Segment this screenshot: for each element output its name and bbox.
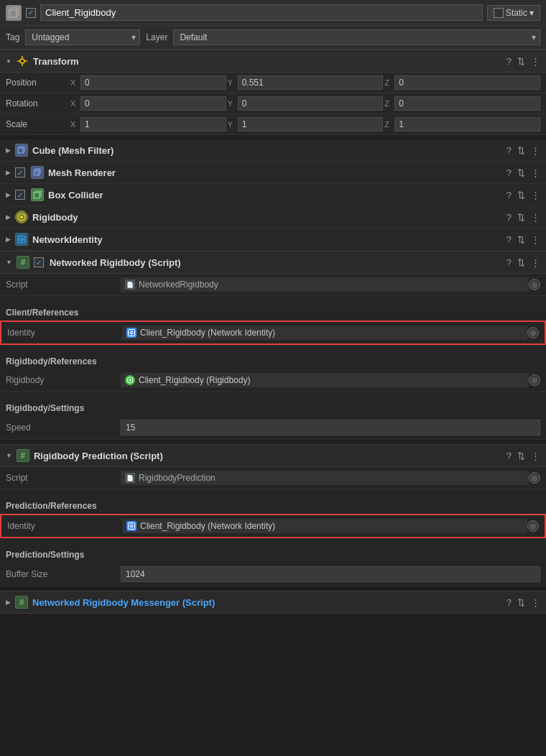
scale-x-input[interactable] [80,117,226,132]
scale-z-input[interactable] [394,117,540,132]
nrm-title: Networked Rigidbody Messenger (Script) [32,597,502,608]
nr-settings-icon[interactable]: ⇅ [517,257,525,268]
position-label: Position [6,78,70,88]
nr-identity-target-btn[interactable]: ◎ [527,327,539,338]
nr-rigidbody-target-btn[interactable]: ◎ [529,374,540,386]
rigidbody-settings-icon[interactable]: ⇅ [517,212,525,223]
cube-menu-icon[interactable]: ⋮ [531,145,540,156]
rigidbody-title: Rigidbody [32,212,502,223]
nr-collapse-arrow[interactable]: ▼ [6,259,12,266]
rbp-identity-value-container: Client_Rigidbody (Network Identity) [122,519,527,533]
transform-menu-icon[interactable]: ⋮ [531,56,540,67]
mesh-renderer-collapse-arrow[interactable]: ▶ [6,169,11,176]
svg-point-42 [129,379,131,382]
layer-dropdown[interactable]: Default [173,29,540,45]
rigidbody-row[interactable]: ▶ Rigidbody ? ⇅ ⋮ [0,206,546,229]
svg-rect-26 [34,193,40,198]
scale-row: Scale X Y Z [0,114,546,135]
active-checkbox[interactable]: ✓ [26,8,36,18]
nr-speed-label: Speed [6,423,121,433]
rbp-buffer-size-field-row: Buffer Size [0,563,546,586]
rbp-buffer-size-input[interactable] [121,566,540,582]
cube-collapse-arrow[interactable]: ▶ [6,147,11,154]
nr-script-value-container: 📄 NetworkedRigidbody [121,277,529,292]
object-name-input[interactable] [40,4,483,21]
nrm-header[interactable]: ▶ # Networked Rigidbody Messenger (Scrip… [0,591,546,614]
transform-settings-icon[interactable]: ⇅ [517,56,525,67]
rigidbody-collapse-arrow[interactable]: ▶ [6,213,11,221]
rotation-x-input[interactable] [80,96,226,111]
mesh-renderer-checkbox[interactable]: ✓ [15,167,25,178]
cube-settings-icon[interactable]: ⇅ [517,145,525,156]
position-x-input[interactable] [80,75,226,90]
rigidbody-menu-icon[interactable]: ⋮ [531,212,540,223]
network-identity-settings-icon[interactable]: ⇅ [517,234,525,245]
rbp-collapse-arrow[interactable]: ▼ [6,452,12,459]
tag-dropdown[interactable]: Untagged [25,29,140,45]
transform-help-icon[interactable]: ? [506,56,512,67]
scale-xyz: X Y Z [70,117,540,132]
network-identity-collapse-arrow[interactable]: ▶ [6,236,11,243]
nrm-menu-icon[interactable]: ⋮ [531,597,540,608]
svg-point-32 [20,216,23,218]
cube-help-icon[interactable]: ? [506,145,512,156]
mesh-renderer-title: Mesh Renderer [48,167,502,178]
static-dropdown-arrow[interactable]: ▾ [529,8,534,18]
rbp-script-target-btn[interactable]: ◎ [529,472,540,484]
position-z-input[interactable] [394,75,540,90]
rotation-z-input[interactable] [394,96,540,111]
nrm-collapse-arrow[interactable]: ▶ [6,599,11,606]
rotation-row: Rotation X Y Z [0,93,546,114]
box-collider-checkbox[interactable]: ✓ [15,190,25,200]
rbp-title: Rigidbody Prediction (Script) [34,451,502,461]
rbp-script-file-icon: 📄 [125,473,135,483]
nr-speed-field-row: Speed [0,416,546,440]
rbp-identity-target-btn[interactable]: ◎ [527,520,539,532]
networked-rigidbody-header[interactable]: ▼ # ✓ Networked Rigidbody (Script) ? ⇅ ⋮ [0,251,546,274]
network-identity-help-icon[interactable]: ? [506,234,512,245]
transform-header[interactable]: ▼ Transform ? ⇅ ⋮ [0,50,546,73]
mesh-renderer-help-icon[interactable]: ? [506,167,512,178]
box-collider-menu-icon[interactable]: ⋮ [531,190,540,200]
box-collider-settings-icon[interactable]: ⇅ [517,190,525,200]
mesh-renderer-menu-icon[interactable]: ⋮ [531,167,540,178]
mesh-renderer-settings-icon[interactable]: ⇅ [517,167,525,178]
transform-collapse-arrow[interactable]: ▼ [6,58,11,65]
position-y-field: Y [228,75,384,90]
position-y-input[interactable] [238,75,384,90]
rbp-help-icon[interactable]: ? [506,451,512,461]
box-collider-row[interactable]: ▶ ✓ Box Collider ? ⇅ ⋮ [0,184,546,206]
mesh-renderer-row[interactable]: ▶ ✓ Mesh Renderer ? ⇅ ⋮ [0,162,546,184]
box-collider-help-icon[interactable]: ? [506,190,512,200]
position-x-letter: X [70,78,79,87]
rotation-y-input[interactable] [238,96,384,111]
nr-menu-icon[interactable]: ⋮ [531,257,540,268]
scale-x-field: X [70,117,226,132]
rb-prediction-header[interactable]: ▼ # Rigidbody Prediction (Script) ? ⇅ ⋮ [0,444,546,467]
scale-y-input[interactable] [238,117,384,132]
box-collider-collapse-arrow[interactable]: ▶ [6,191,11,198]
rbp-menu-icon[interactable]: ⋮ [531,451,540,461]
rbp-settings-icon[interactable]: ⇅ [517,451,525,461]
nr-speed-input[interactable] [121,420,540,435]
rigidbody-help-icon[interactable]: ? [506,212,512,223]
nr-help-icon[interactable]: ? [506,257,512,268]
static-button[interactable]: Static ▾ [487,5,540,21]
position-z-letter: Z [384,78,393,87]
nr-spacer1 [0,296,546,302]
rotation-xyz: X Y Z [70,96,540,111]
cube-mesh-filter-row[interactable]: ▶ Cube (Mesh Filter) ? ⇅ ⋮ [0,139,546,162]
nrm-settings-icon[interactable]: ⇅ [517,597,525,608]
network-identity-menu-icon[interactable]: ⋮ [531,234,540,245]
rotation-label: Rotation [6,98,70,109]
nr-client-refs-label: Client/References [0,302,546,321]
scale-y-letter: Y [228,120,236,129]
rbp-script-label: Script [6,473,121,483]
nrm-help-icon[interactable]: ? [506,597,512,608]
static-checkbox[interactable] [494,8,504,18]
rotation-x-letter: X [70,99,79,108]
nr-checkbox[interactable]: ✓ [34,257,44,267]
svg-rect-11 [18,148,23,153]
nr-script-target-btn[interactable]: ◎ [529,279,540,290]
network-identity-row[interactable]: ▶ NetworkIdentity ? ⇅ ⋮ [0,229,546,251]
